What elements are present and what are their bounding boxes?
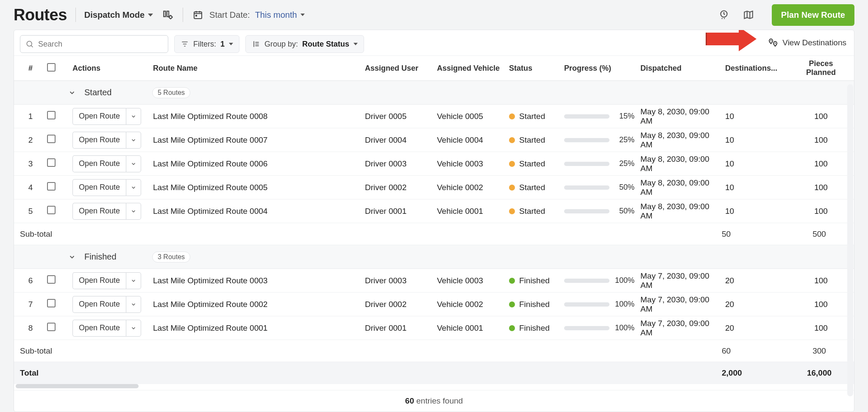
open-route-menu[interactable] [126,203,141,220]
start-date-value[interactable]: This month [255,10,305,20]
total-row: Total 2,000 16,000 [14,362,854,384]
row-checkbox[interactable] [47,182,56,191]
col-status[interactable]: Status [506,64,561,73]
status-dot-icon [509,185,515,191]
table-footer: 60 entries found [14,390,854,412]
row-checkbox[interactable] [47,206,56,214]
subtotal-label: Sub-total [14,346,150,356]
page-title: Routes [14,6,67,24]
group-by-label: Group by: [264,40,298,49]
group-by-button[interactable]: Group by: Route Status [245,35,364,53]
dispatched-cell: May 8, 2030, 09:00 AM [637,131,722,149]
row-checkbox[interactable] [47,135,56,143]
open-route-menu[interactable] [126,272,141,289]
status-cell: Started [506,183,561,192]
plan-new-route-button[interactable]: Plan New Route [772,4,854,26]
open-route-button[interactable]: Open Route [72,179,126,196]
svg-rect-4 [195,15,197,17]
group-row[interactable]: Finished3 Routes [14,245,854,269]
route-name-cell[interactable]: Last Mile Optimized Route 0005 [150,183,362,192]
status-dot-icon [509,278,515,284]
row-checkbox[interactable] [47,323,56,331]
status-cell: Finished [506,276,561,285]
col-pieces-planned[interactable]: Pieces Planned [790,59,849,77]
status-dot-icon [509,301,515,307]
assigned-vehicle-cell: Vehicle 0001 [434,207,506,216]
table-row: 8Open RouteLast Mile Optimized Route 000… [14,316,854,340]
row-checkbox[interactable] [47,275,56,284]
open-route-menu[interactable] [126,179,141,196]
open-route-button[interactable]: Open Route [72,203,126,220]
dispatched-cell: May 7, 2030, 09:00 AM [637,319,722,337]
routes-card: Filters: 1 Group by: Route Status [14,30,854,412]
route-name-cell[interactable]: Last Mile Optimized Route 0003 [150,276,362,285]
col-route-name[interactable]: Route Name [150,64,362,73]
chevron-down-icon [353,43,358,45]
open-route-button[interactable]: Open Route [72,272,126,289]
status-dot-icon [509,208,515,214]
route-name-cell[interactable]: Last Mile Optimized Route 0004 [150,207,362,216]
col-index[interactable]: # [14,64,44,73]
subtotal-label: Sub-total [14,230,150,239]
route-name-cell[interactable]: Last Mile Optimized Route 0007 [150,135,362,145]
col-progress[interactable]: Progress (%) [561,64,637,73]
route-config-icon[interactable] [161,8,174,21]
row-index: 8 [14,324,44,333]
open-route-menu[interactable] [126,296,141,313]
row-checkbox[interactable] [47,158,56,167]
route-name-cell[interactable]: Last Mile Optimized Route 0001 [150,324,362,333]
pieces-cell: 100 [790,300,849,309]
open-route-button[interactable]: Open Route [72,132,126,149]
total-destinations: 2,000 [722,368,790,378]
col-assigned-user[interactable]: Assigned User [362,64,434,73]
status-cell: Started [506,135,561,145]
filters-label: Filters: [193,40,216,49]
row-checkbox[interactable] [47,299,56,307]
route-name-cell[interactable]: Last Mile Optimized Route 0002 [150,300,362,309]
open-route-menu[interactable] [126,155,141,172]
dispatched-cell: May 7, 2030, 09:00 AM [637,271,722,290]
select-all-checkbox[interactable] [47,63,56,72]
row-checkbox[interactable] [47,111,56,119]
assigned-vehicle-cell: Vehicle 0002 [434,183,506,192]
route-name-cell[interactable]: Last Mile Optimized Route 0008 [150,112,362,121]
table-row: 6Open RouteLast Mile Optimized Route 000… [14,269,854,293]
open-route-button[interactable]: Open Route [72,296,126,313]
svg-point-6 [27,41,32,46]
view-destinations-button[interactable]: View Destinations [768,30,846,55]
map-icon[interactable] [742,8,755,21]
search-input[interactable] [38,40,163,49]
filters-button[interactable]: Filters: 1 [174,35,239,53]
destinations-icon [768,38,778,48]
assigned-user-cell: Driver 0005 [362,112,434,121]
subtotal-row: Sub-total50500 [14,223,854,245]
subtotal-destinations: 50 [722,230,790,239]
vertical-scrollbar[interactable] [847,84,853,396]
calendar-icon[interactable] [192,8,204,21]
search-input-wrap[interactable] [20,35,168,53]
open-route-menu[interactable] [126,132,141,149]
timeline-icon[interactable] [718,8,730,21]
group-name: Finished [84,252,144,262]
dispatched-cell: May 8, 2030, 09:00 AM [637,202,722,221]
total-label: Total [14,368,150,378]
open-route-button[interactable]: Open Route [72,108,126,125]
pieces-cell: 100 [790,324,849,333]
open-route-menu[interactable] [126,108,141,125]
open-route-button[interactable]: Open Route [72,155,126,172]
open-route-button[interactable]: Open Route [72,320,126,337]
col-dispatched[interactable]: Dispatched [637,64,722,73]
col-actions[interactable]: Actions [69,64,150,73]
route-name-cell[interactable]: Last Mile Optimized Route 0006 [150,159,362,169]
horizontal-scrollbar[interactable] [14,384,854,390]
subtotal-pieces: 300 [790,346,849,356]
col-assigned-vehicle[interactable]: Assigned Vehicle [434,64,506,73]
status-cell: Started [506,159,561,169]
row-index: 5 [14,207,44,216]
destinations-cell: 20 [722,324,790,333]
open-route-menu[interactable] [126,320,141,337]
group-row[interactable]: Started5 Routes [14,81,854,105]
col-destinations[interactable]: Destinations... [722,64,790,73]
dispatch-mode-select[interactable]: Dispatch Mode [84,10,153,20]
progress-cell: 25% [561,159,637,168]
